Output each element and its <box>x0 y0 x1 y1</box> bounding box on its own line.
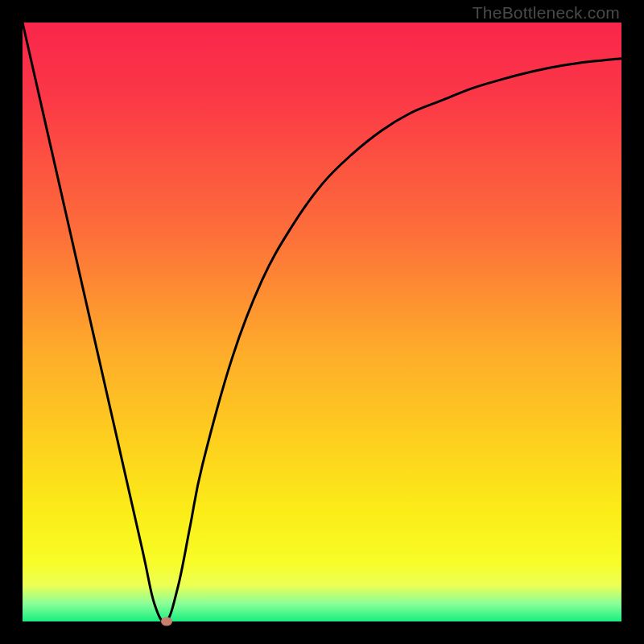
chart-frame: TheBottleneck.com <box>0 0 644 644</box>
bottleneck-curve <box>23 23 621 621</box>
watermark-text: TheBottleneck.com <box>473 3 620 23</box>
optimal-point-marker <box>161 617 172 626</box>
